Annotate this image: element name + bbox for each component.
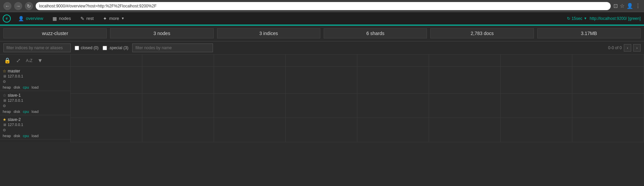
refresh-button[interactable]: ↻ bbox=[25, 2, 33, 10]
nav-more[interactable]: ✦ more ▼ bbox=[98, 12, 129, 25]
node-ip-slave2: 🖥 127.0.0.1 bbox=[3, 123, 68, 127]
node-row-master: ☆ master 🖥 127.0.0.1 ⚙ heap disk cpu loa… bbox=[0, 67, 70, 91]
bookmark-icon[interactable]: ☆ bbox=[620, 3, 624, 9]
grid-cell-slave2-4 bbox=[286, 118, 357, 142]
next-page-button[interactable]: › bbox=[633, 44, 641, 52]
logo-circle: e bbox=[3, 14, 11, 23]
grid-header-col-5 bbox=[357, 55, 429, 66]
grid-cell-slave2-7 bbox=[501, 118, 572, 142]
refresh-interval: 15sec bbox=[572, 16, 582, 21]
rest-icon: ✎ bbox=[80, 16, 84, 21]
grid-header-col-6 bbox=[429, 55, 501, 66]
master-star-icon: ☆ bbox=[3, 69, 6, 73]
node-metrics-slave1: heap disk cpu load bbox=[3, 110, 68, 114]
stat-indices: 3 indices bbox=[217, 28, 320, 38]
special-checkbox-label[interactable]: .special (3) bbox=[103, 45, 129, 50]
grid-cell-master-3 bbox=[214, 67, 286, 94]
node-metrics-slave2: heap disk cpu load bbox=[3, 134, 68, 138]
browser-chrome: ← → ↻ ⊡ ☆ 👤 ⋮ bbox=[0, 0, 644, 12]
slave2-star-icon: ★ bbox=[3, 117, 6, 122]
nav-overview-label: overview bbox=[26, 16, 43, 21]
grid-cell-slave1-7 bbox=[501, 94, 572, 121]
grid-cell-master-6 bbox=[429, 67, 501, 94]
profile-icon[interactable]: 👤 bbox=[627, 3, 633, 9]
metric-disk-master: disk bbox=[13, 85, 20, 89]
plug-icon-master: ⚙ bbox=[3, 80, 6, 84]
grid-cell-master-1 bbox=[71, 67, 142, 94]
filter-indices-input[interactable] bbox=[3, 43, 71, 52]
toolbar-row: 🔒 ⤢ A↓Z ▼ bbox=[0, 55, 70, 67]
node-label-slave1: slave-1 bbox=[8, 93, 21, 98]
grid-header-col-4 bbox=[286, 55, 357, 66]
nodes-icon: ▦ bbox=[52, 16, 57, 21]
grid-header-col-2 bbox=[142, 55, 214, 66]
pagination-text: 0-0 of 0 bbox=[608, 45, 622, 50]
refresh-control[interactable]: ↻ 15sec ▼ bbox=[567, 16, 587, 21]
metric-cpu-master: cpu bbox=[23, 85, 29, 89]
grid-header-col-8 bbox=[572, 55, 644, 66]
node-row-slave1: ☆ slave-1 🖥 127.0.0.1 ⚙ heap disk cpu lo… bbox=[0, 91, 70, 115]
filter-nodes-input[interactable] bbox=[132, 43, 213, 52]
nav-nodes[interactable]: ▦ nodes bbox=[48, 12, 75, 25]
cast-icon[interactable]: ⊡ bbox=[613, 3, 618, 9]
metric-load-slave2: load bbox=[32, 134, 39, 138]
grid-cell-slave1-4 bbox=[286, 94, 357, 121]
grid-cell-master-7 bbox=[501, 67, 572, 94]
grid-cell-master-4 bbox=[286, 67, 357, 94]
filter-dropdown-button[interactable]: ▼ bbox=[36, 57, 44, 64]
stats-bar: wuzz-cluster 3 nodes 3 indices 6 shards … bbox=[0, 26, 644, 41]
node-ip-label-master: 127.0.0.1 bbox=[8, 74, 23, 78]
stat-size: 3.17MB bbox=[537, 28, 641, 38]
slave1-star-icon: ☆ bbox=[3, 93, 6, 98]
closed-checkbox-label[interactable]: closed (0) bbox=[75, 45, 99, 50]
grid-cell-slave1-8 bbox=[572, 94, 644, 121]
metric-disk-slave1: disk bbox=[13, 110, 20, 114]
nav-overview[interactable]: 👤 overview bbox=[13, 12, 48, 25]
sort-button[interactable]: A↓Z bbox=[25, 58, 33, 64]
node-metrics-master: heap disk cpu load bbox=[3, 85, 68, 89]
grid-header-col-7 bbox=[501, 55, 572, 66]
closed-checkbox[interactable] bbox=[75, 46, 79, 50]
forward-button[interactable]: → bbox=[14, 2, 22, 10]
node-name-master: ☆ master bbox=[3, 69, 68, 73]
nav-rest[interactable]: ✎ rest bbox=[76, 12, 99, 25]
metric-load-master: load bbox=[32, 85, 39, 89]
metric-disk-slave2: disk bbox=[13, 134, 20, 138]
refresh-icon: ↻ bbox=[567, 16, 570, 21]
grid-cell-slave1-3 bbox=[214, 94, 286, 121]
metric-load-slave1: load bbox=[32, 110, 39, 114]
grid-cell-slave1-1 bbox=[71, 94, 142, 121]
metric-cpu-slave1: cpu bbox=[23, 110, 29, 114]
metric-heap-slave1: heap bbox=[3, 110, 11, 114]
nodes-panel: 🔒 ⤢ A↓Z ▼ ☆ master 🖥 127.0.0.1 ⚙ heap di… bbox=[0, 55, 71, 142]
node-ip-label-slave1: 127.0.0.1 bbox=[8, 98, 23, 102]
expand-button[interactable]: ⤢ bbox=[15, 57, 22, 64]
menu-icon[interactable]: ⋮ bbox=[635, 3, 641, 9]
back-button[interactable]: ← bbox=[3, 2, 11, 10]
grid-cell-slave2-5 bbox=[357, 118, 429, 142]
more-icon: ✦ bbox=[103, 16, 107, 21]
url-bar[interactable] bbox=[36, 2, 611, 10]
overview-icon: 👤 bbox=[18, 16, 24, 21]
grid-cell-slave2-2 bbox=[142, 118, 214, 142]
node-label-slave2: slave-2 bbox=[8, 117, 21, 122]
grid-header-col-1 bbox=[71, 55, 142, 66]
node-name-slave1: ☆ slave-1 bbox=[3, 93, 68, 98]
node-name-slave2: ★ slave-2 bbox=[3, 117, 68, 122]
grid-cell-slave1-2 bbox=[142, 94, 214, 121]
grid-cell-master-2 bbox=[142, 67, 214, 94]
grid-cell-master-8 bbox=[572, 67, 644, 94]
node-shard-slave1: ⚙ bbox=[3, 103, 68, 108]
stat-shards: 6 shards bbox=[324, 28, 427, 38]
node-label-master: master bbox=[8, 69, 20, 73]
special-checkbox[interactable] bbox=[103, 46, 107, 50]
prev-page-button[interactable]: ‹ bbox=[624, 44, 631, 52]
lock-button[interactable]: 🔒 bbox=[3, 57, 12, 64]
stat-cluster-name: wuzz-cluster bbox=[3, 28, 107, 38]
node-shard-slave2: ⚙ bbox=[3, 127, 68, 132]
grid-cell-master-5 bbox=[357, 67, 429, 94]
grid-row-slave2 bbox=[71, 118, 644, 142]
hdd-icon-master: 🖥 bbox=[3, 74, 6, 78]
plug-icon-slave1: ⚙ bbox=[3, 104, 6, 108]
grid-row-slave1 bbox=[71, 94, 644, 118]
